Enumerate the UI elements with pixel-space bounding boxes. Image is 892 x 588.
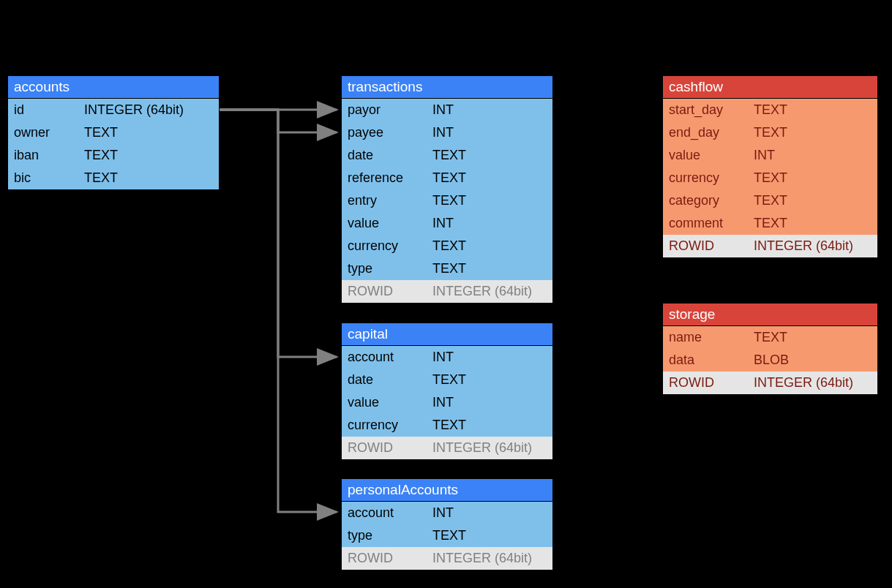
column-type: TEXT <box>430 193 552 208</box>
column-type: INT <box>751 148 877 163</box>
table-row: currencyTEXT <box>342 235 552 257</box>
table-accounts-body: idINTEGER (64bit) ownerTEXT ibanTEXT bic… <box>8 99 219 189</box>
column-name: type <box>342 528 430 543</box>
column-type: TEXT <box>751 330 877 345</box>
column-name: account <box>342 350 430 365</box>
column-name: value <box>342 216 430 231</box>
table-rowid: ROWIDINTEGER (64bit) <box>342 547 552 570</box>
arrow-accounts-to-transactions-payee <box>220 110 337 132</box>
table-personal-accounts: personalAccounts accountINT typeTEXT ROW… <box>341 478 553 570</box>
column-name: ROWID <box>663 375 751 391</box>
table-accounts-header: accounts <box>8 76 219 99</box>
table-row: referenceTEXT <box>342 167 552 189</box>
table-personal-accounts-body: accountINT typeTEXT ROWIDINTEGER (64bit) <box>342 502 552 570</box>
column-name: currency <box>342 418 430 433</box>
table-row: ownerTEXT <box>8 121 219 144</box>
table-capital-header: capital <box>342 323 552 346</box>
column-type: INTEGER (64bit) <box>430 284 552 299</box>
table-row: categoryTEXT <box>663 189 877 212</box>
column-type: INTEGER (64bit) <box>751 375 877 391</box>
column-type: TEXT <box>751 216 877 231</box>
column-name: id <box>8 102 81 118</box>
column-type: INT <box>430 216 552 231</box>
table-row: end_dayTEXT <box>663 121 877 144</box>
column-name: category <box>663 193 751 208</box>
column-name: bic <box>8 170 81 186</box>
table-row: nameTEXT <box>663 326 877 349</box>
column-type: INTEGER (64bit) <box>81 102 219 118</box>
table-rowid: ROWIDINTEGER (64bit) <box>342 437 552 459</box>
table-row: currencyTEXT <box>342 414 552 437</box>
column-name: comment <box>663 216 751 231</box>
column-name: account <box>342 505 430 521</box>
table-row: payeeINT <box>342 121 552 144</box>
table-row: payorINT <box>342 99 552 121</box>
table-row: dataBLOB <box>663 349 877 372</box>
table-row: bicTEXT <box>8 167 219 189</box>
column-name: ROWID <box>342 284 430 299</box>
column-type: TEXT <box>430 528 552 543</box>
column-name: date <box>342 148 430 163</box>
column-type: INT <box>430 350 552 365</box>
table-row: valueINT <box>342 212 552 235</box>
column-type: TEXT <box>430 238 552 254</box>
table-rowid: ROWIDINTEGER (64bit) <box>342 280 552 303</box>
table-cashflow: cashflow start_dayTEXT end_dayTEXT value… <box>662 75 878 258</box>
column-name: value <box>342 395 430 410</box>
column-name: date <box>342 372 430 388</box>
table-row: typeTEXT <box>342 257 552 280</box>
table-rowid: ROWIDINTEGER (64bit) <box>663 235 877 257</box>
column-type: TEXT <box>430 372 552 388</box>
column-name: ROWID <box>342 551 430 566</box>
column-name: iban <box>8 148 81 163</box>
column-type: INTEGER (64bit) <box>751 238 877 254</box>
column-type: INT <box>430 102 552 118</box>
column-name: start_day <box>663 102 751 118</box>
table-row: accountINT <box>342 346 552 369</box>
table-storage-body: nameTEXT dataBLOB ROWIDINTEGER (64bit) <box>663 326 877 394</box>
column-name: payee <box>342 125 430 140</box>
column-name: value <box>663 148 751 163</box>
column-type: INTEGER (64bit) <box>430 440 552 456</box>
table-personal-accounts-header: personalAccounts <box>342 479 552 502</box>
table-row: typeTEXT <box>342 524 552 547</box>
table-transactions-body: payorINT payeeINT dateTEXT referenceTEXT… <box>342 99 552 303</box>
column-type: TEXT <box>751 170 877 186</box>
table-cashflow-header: cashflow <box>663 76 877 99</box>
column-name: entry <box>342 193 430 208</box>
table-storage-header: storage <box>663 304 877 326</box>
table-row: entryTEXT <box>342 189 552 212</box>
column-type: TEXT <box>430 418 552 433</box>
column-type: INTEGER (64bit) <box>430 551 552 566</box>
column-name: ROWID <box>342 440 430 456</box>
column-name: ROWID <box>663 238 751 254</box>
column-type: TEXT <box>751 125 877 140</box>
column-type: TEXT <box>751 102 877 118</box>
table-row: valueINT <box>663 144 877 167</box>
table-row: idINTEGER (64bit) <box>8 99 219 121</box>
table-row: accountINT <box>342 502 552 524</box>
column-name: data <box>663 353 751 368</box>
arrow-accounts-to-personalaccounts-account <box>220 110 337 512</box>
table-cashflow-body: start_dayTEXT end_dayTEXT valueINT curre… <box>663 99 877 257</box>
column-name: payor <box>342 102 430 118</box>
column-name: owner <box>8 125 81 140</box>
column-type: BLOB <box>751 353 877 368</box>
table-rowid: ROWIDINTEGER (64bit) <box>663 372 877 394</box>
table-row: start_dayTEXT <box>663 99 877 121</box>
arrow-accounts-to-capital-account <box>220 110 337 357</box>
column-type: TEXT <box>751 193 877 208</box>
table-capital-body: accountINT dateTEXT valueINT currencyTEX… <box>342 346 552 459</box>
table-row: ibanTEXT <box>8 144 219 167</box>
column-name: currency <box>342 238 430 254</box>
column-type: TEXT <box>81 148 219 163</box>
table-row: valueINT <box>342 391 552 414</box>
table-storage: storage nameTEXT dataBLOB ROWIDINTEGER (… <box>662 303 878 395</box>
table-transactions-header: transactions <box>342 76 552 99</box>
column-type: TEXT <box>430 148 552 163</box>
table-accounts: accounts idINTEGER (64bit) ownerTEXT iba… <box>7 75 220 190</box>
column-type: INT <box>430 505 552 521</box>
column-type: TEXT <box>81 125 219 140</box>
column-name: currency <box>663 170 751 186</box>
table-row: currencyTEXT <box>663 167 877 189</box>
